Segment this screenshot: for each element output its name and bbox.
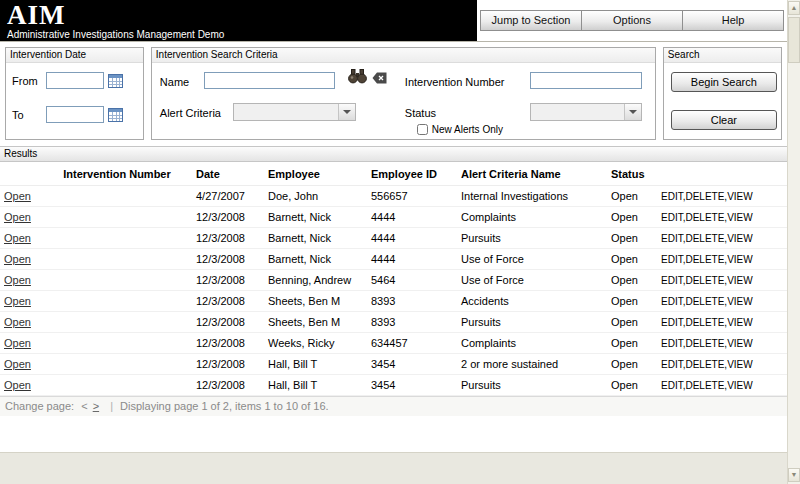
status-column-header: Status [607,162,657,186]
date-cell: 12/3/2008 [192,249,264,270]
status-cell: Open [607,312,657,333]
intervention-number-column-header: Intervention Number [42,162,192,186]
status-cell: Open [607,354,657,375]
content-area: Intervention Date From [0,42,787,453]
open-link[interactable]: Open [4,358,31,370]
open-link[interactable]: Open [4,295,31,307]
search-panel-title: Search [664,48,781,63]
row-actions[interactable]: EDIT,DELETE,VIEW [657,228,787,249]
status-cell: Open [607,333,657,354]
intervention-date-panel: Intervention Date From [5,47,144,140]
scrollbar-thumb[interactable] [788,17,800,63]
status-dropdown[interactable] [530,103,642,121]
status-cell: Open [607,291,657,312]
open-cell: Open [0,249,42,270]
employee-cell: Weeks, Ricky [264,333,367,354]
jump-to-section-button[interactable]: Jump to Section [480,10,582,31]
scroll-up-icon[interactable]: ▲ [788,1,800,15]
open-link[interactable]: Open [4,190,31,202]
search-criteria-panel-title: Intervention Search Criteria [152,48,655,63]
status-dropdown-button[interactable] [624,104,641,120]
intervention-number-cell [42,375,192,396]
row-actions[interactable]: EDIT,DELETE,VIEW [657,270,787,291]
chevron-down-icon [629,110,637,114]
name-label: Name [160,76,189,88]
name-input[interactable] [204,72,335,89]
alert-criteria-cell: Internal Investigations [457,186,607,207]
table-row: Open 12/3/2008 Weeks, Ricky 634457 Compl… [0,333,787,354]
to-calendar-icon[interactable] [108,108,123,122]
alert-criteria-cell: Pursuits [457,228,607,249]
row-actions[interactable]: EDIT,DELETE,VIEW [657,354,787,375]
status-cell: Open [607,249,657,270]
actions-column-header [657,162,787,186]
name-search-binoculars-icon[interactable] [348,69,367,84]
open-cell: Open [0,228,42,249]
app-subtitle: Administrative Investigations Management… [7,29,470,40]
date-cell: 12/3/2008 [192,228,264,249]
clear-name-icon[interactable] [372,72,387,84]
employee-cell: Hall, Bill T [264,375,367,396]
open-link[interactable]: Open [4,253,31,265]
clear-button[interactable]: Clear [671,110,777,130]
status-dropdown-value [531,104,624,120]
alert-criteria-cell: Accidents [457,291,607,312]
row-actions[interactable]: EDIT,DELETE,VIEW [657,207,787,228]
row-actions[interactable]: EDIT,DELETE,VIEW [657,186,787,207]
employee-id-cell: 4444 [367,249,457,270]
employee-id-cell: 5464 [367,270,457,291]
results-table: Intervention Number Date Employee Employ… [0,162,787,396]
date-cell: 12/3/2008 [192,207,264,228]
to-date-input[interactable] [46,106,104,123]
table-row: Open 12/3/2008 Barnett, Nick 4444 Compla… [0,207,787,228]
intervention-number-cell [42,291,192,312]
help-button[interactable]: Help [682,10,784,31]
scroll-down-icon[interactable]: ▼ [788,468,800,482]
open-link[interactable]: Open [4,232,31,244]
alert-criteria-cell: Use of Force [457,270,607,291]
alert-criteria-cell: Complaints [457,333,607,354]
alert-criteria-cell: Pursuits [457,312,607,333]
row-actions[interactable]: EDIT,DELETE,VIEW [657,291,787,312]
row-actions[interactable]: EDIT,DELETE,VIEW [657,375,787,396]
options-button[interactable]: Options [581,10,683,31]
new-alerts-only-checkbox[interactable] [417,124,428,135]
alert-criteria-dropdown[interactable] [233,103,356,121]
open-cell: Open [0,333,42,354]
alert-criteria-dropdown-button[interactable] [338,104,355,120]
alert-criteria-cell: Pursuits [457,375,607,396]
intervention-number-input[interactable] [530,72,642,89]
from-calendar-icon[interactable] [108,74,123,88]
next-page-link[interactable]: > [93,400,99,412]
from-date-input[interactable] [46,72,104,89]
row-actions[interactable]: EDIT,DELETE,VIEW [657,312,787,333]
vertical-scrollbar[interactable]: ▲ ▼ [787,0,800,484]
intervention-number-label: Intervention Number [405,76,505,88]
open-link[interactable]: Open [4,337,31,349]
open-link[interactable]: Open [4,274,31,286]
employee-cell: Doe, John [264,186,367,207]
row-actions[interactable]: EDIT,DELETE,VIEW [657,333,787,354]
open-link[interactable]: Open [4,379,31,391]
row-actions[interactable]: EDIT,DELETE,VIEW [657,249,787,270]
begin-search-button[interactable]: Begin Search [671,72,777,92]
status-cell: Open [607,375,657,396]
previous-page-link[interactable]: < [81,400,87,412]
open-link[interactable]: Open [4,316,31,328]
open-link[interactable]: Open [4,211,31,223]
table-row: Open 12/3/2008 Sheets, Ben M 8393 Accide… [0,291,787,312]
new-alerts-only-field: New Alerts Only [417,124,503,135]
intervention-number-cell [42,207,192,228]
employee-id-cell: 4444 [367,207,457,228]
alert-criteria-cell: 2 or more sustained [457,354,607,375]
app-header: AIM Administrative Investigations Manage… [0,0,787,42]
pagination-bar: Change page: < > | Displaying page 1 of … [0,396,787,416]
employee-id-cell: 4444 [367,228,457,249]
employee-id-cell: 556657 [367,186,457,207]
alert-criteria-cell: Complaints [457,207,607,228]
to-label: To [12,109,46,121]
open-cell: Open [0,186,42,207]
employee-id-column-header: Employee ID [367,162,457,186]
intervention-number-cell [42,186,192,207]
status-cell: Open [607,186,657,207]
